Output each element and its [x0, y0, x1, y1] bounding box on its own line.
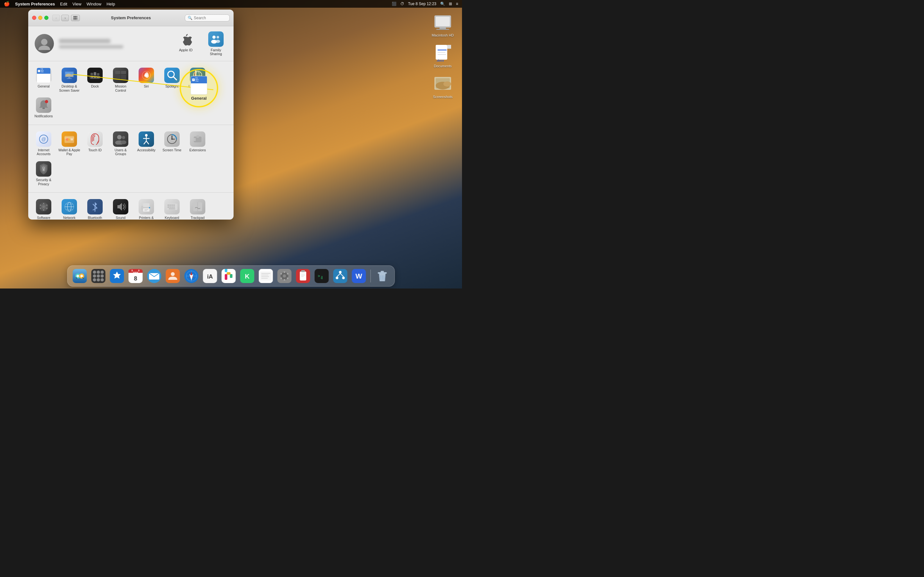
svg-rect-190	[227, 272, 231, 275]
svg-point-66	[122, 136, 125, 139]
svg-point-76	[171, 139, 173, 140]
dock-item-twitter[interactable]	[165, 268, 181, 284]
ia-icon: iA	[203, 269, 217, 283]
keka-icon: K	[240, 269, 254, 283]
dock-item-appstore[interactable]	[109, 268, 126, 284]
svg-rect-16	[73, 16, 75, 17]
pref-item-sound[interactable]: Sound	[108, 197, 134, 219]
users-label: Users & Groups	[109, 148, 132, 156]
pref-item-siri[interactable]: Siri	[134, 65, 159, 95]
menu-window[interactable]: Window	[87, 2, 102, 6]
dock-item-safari[interactable]	[183, 268, 200, 284]
menu-edit[interactable]: Edit	[60, 2, 67, 6]
pref-item-keyboard[interactable]: Keyboard	[159, 197, 185, 219]
apple-id-icon	[178, 31, 194, 47]
dock-item-slack[interactable]	[220, 268, 237, 284]
svg-point-206	[280, 277, 282, 279]
family-sharing-item[interactable]: Family Sharing	[205, 31, 227, 56]
pref-item-wallet[interactable]: Wallet & Apple Pay	[57, 129, 82, 159]
svg-text:iA: iA	[207, 274, 213, 280]
dock-item-sysprefs[interactable]	[276, 268, 293, 284]
family-sharing-label: Family Sharing	[205, 48, 227, 56]
internet-label: Internet Accounts	[32, 148, 55, 156]
pref-item-bluetooth[interactable]: Bluetooth	[82, 197, 108, 219]
user-right-icons: Apple ID Family Sharing	[174, 31, 227, 56]
svg-point-156	[97, 271, 100, 274]
pref-item-security[interactable]: Security & Privacy	[31, 159, 57, 189]
accessibility-svg	[141, 133, 152, 145]
pref-item-touchid[interactable]: Touch ID	[82, 129, 108, 159]
menubar-extra1[interactable]: ⊞	[449, 2, 452, 6]
svg-point-204	[287, 277, 288, 279]
launchpad-icon	[91, 269, 105, 283]
apple-id-item[interactable]: Apple ID	[174, 31, 197, 56]
dock-item-sourcetree[interactable]	[332, 268, 349, 284]
desktop-icon-documents[interactable]: .docx Documents	[430, 44, 456, 68]
dock-item-calendar[interactable]: SEP 8	[128, 268, 144, 284]
search-bar[interactable]: 🔍	[185, 15, 230, 21]
pref-item-general[interactable]: F FileNewOne General	[31, 65, 57, 95]
svg-rect-78	[196, 135, 199, 138]
desktop-label: Desktop & Screen Saver	[58, 84, 81, 92]
dock-item-launchpad[interactable]	[90, 268, 107, 284]
pref-item-trackpad[interactable]: Trackpad	[185, 197, 210, 219]
pref-item-extensions[interactable]: Extensions	[185, 129, 210, 159]
menubar-extra2[interactable]: ≡	[456, 2, 458, 6]
pref-item-accessibility[interactable]: Accessibility	[134, 129, 159, 159]
pref-item-notifications[interactable]: Notifications	[31, 95, 57, 121]
svg-rect-7	[447, 45, 451, 49]
pref-item-users[interactable]: Users & Groups	[108, 129, 134, 159]
svg-point-101	[149, 207, 150, 208]
forward-button[interactable]: ›	[61, 15, 69, 21]
pref-item-screentime[interactable]: Screen Time	[159, 129, 185, 159]
pref-item-dock[interactable]: Dock	[82, 65, 108, 95]
minimize-button[interactable]	[38, 16, 42, 20]
dock-item-ia[interactable]: iA	[202, 268, 218, 284]
svg-point-30	[216, 40, 220, 43]
dock-item-finder[interactable]	[71, 268, 88, 284]
grid-view-button[interactable]	[71, 15, 80, 21]
maximize-button[interactable]	[44, 16, 48, 20]
svg-rect-18	[77, 16, 78, 17]
pref-item-internet[interactable]: @ Internet Accounts	[31, 129, 57, 159]
close-button[interactable]	[32, 16, 36, 20]
svg-point-26	[39, 45, 50, 50]
desktop-icon-screenshots[interactable]: Screenshots	[430, 74, 456, 99]
back-button[interactable]: ‹	[52, 15, 60, 21]
svg-rect-39	[91, 77, 93, 78]
word-icon: W	[352, 269, 366, 283]
menu-view[interactable]: View	[73, 2, 81, 6]
user-avatar[interactable]	[35, 34, 54, 53]
pref-item-network[interactable]: Network	[57, 197, 82, 219]
svg-rect-22	[73, 19, 75, 20]
dock-item-mail[interactable]	[146, 268, 163, 284]
svg-rect-17	[75, 16, 76, 17]
dock-item-iterm[interactable]: >_	[313, 268, 330, 284]
svg-rect-55	[42, 108, 45, 109]
svg-point-218	[339, 271, 342, 274]
desktop-icon-macintosh-hd[interactable]: Macintosh HD	[430, 13, 456, 37]
network-label: Network	[63, 216, 76, 219]
menu-help[interactable]: Help	[107, 2, 115, 6]
app-name[interactable]: System Preferences	[15, 2, 55, 6]
mission-svg	[115, 70, 127, 81]
dock-item-markdown[interactable]	[258, 268, 274, 284]
pref-item-mission[interactable]: Mission Control	[108, 65, 134, 95]
search-input[interactable]	[194, 16, 227, 20]
menubar-search-icon[interactable]: 🔍	[440, 2, 445, 6]
svg-point-27	[212, 35, 216, 39]
svg-rect-42	[115, 71, 120, 74]
trackpad-label: Trackpad	[191, 216, 204, 219]
dock-item-pastebot[interactable]	[295, 268, 312, 284]
svg-point-64	[117, 135, 121, 139]
mission-label: Mission Control	[109, 84, 132, 92]
pref-item-printers[interactable]: Printers & Scanners	[134, 197, 159, 219]
apple-menu[interactable]: 🍎	[4, 1, 10, 7]
svg-text:@: @	[41, 137, 46, 142]
pref-item-software[interactable]: Software Update	[31, 197, 57, 219]
dock-item-trash[interactable]	[374, 268, 391, 284]
dock-item-word[interactable]: W	[351, 268, 367, 284]
svg-point-201	[283, 274, 286, 277]
dock-item-keka[interactable]: K	[239, 268, 256, 284]
pref-item-desktop[interactable]: Desktop & Screen Saver	[57, 65, 82, 95]
